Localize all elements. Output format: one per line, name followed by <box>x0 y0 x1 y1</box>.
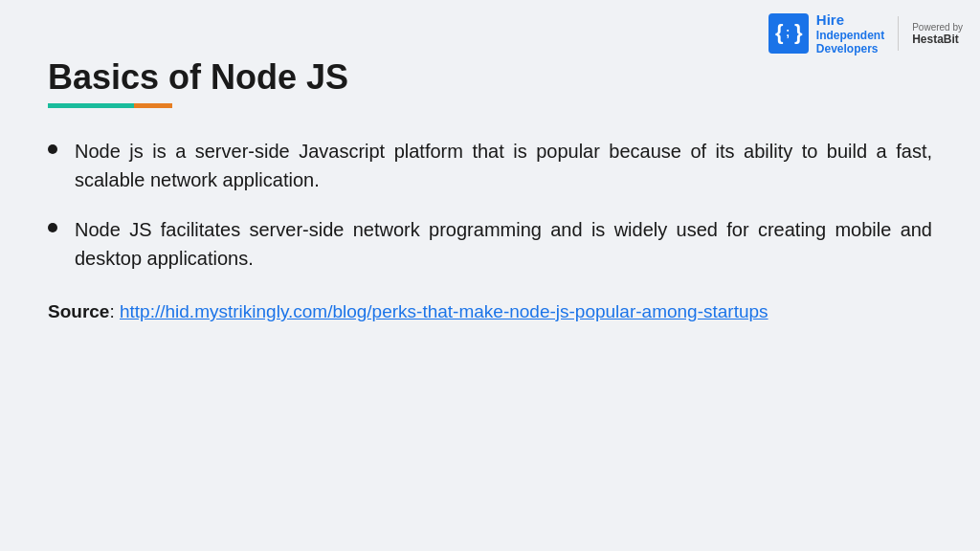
logo-icon: { ; } <box>768 13 809 54</box>
bullet-dot-2 <box>48 223 57 232</box>
title-underline <box>48 103 932 108</box>
logo-hire: Hire <box>816 11 884 29</box>
underline-orange <box>134 103 172 108</box>
svg-text:;: ; <box>786 25 790 39</box>
logo-developers: Developers <box>816 42 884 55</box>
logo-area: { ; } Hire Independent Developers Powere… <box>768 11 963 56</box>
bullet-text-1: Node js is a server-side Javascript plat… <box>75 137 932 194</box>
underline-green <box>48 103 134 108</box>
slide: { ; } Hire Independent Developers Powere… <box>0 0 980 551</box>
powered-by-label: Powered by <box>912 22 963 33</box>
logo-independent: Independent <box>816 29 884 42</box>
source-label: Source <box>48 301 109 321</box>
svg-text:}: } <box>794 20 803 44</box>
bullet-dot-1 <box>48 144 57 154</box>
bullet-list: Node js is a server-side Javascript plat… <box>48 137 932 273</box>
page-title: Basics of Node JS <box>48 57 932 98</box>
list-item: Node js is a server-side Javascript plat… <box>48 137 932 194</box>
source-link[interactable]: http://hid.mystrikingly.com/blog/perks-t… <box>120 301 768 321</box>
logo-text: Hire Independent Developers <box>816 11 884 56</box>
source-section: Source: http://hid.mystrikingly.com/blog… <box>48 301 932 322</box>
logo-divider <box>898 16 899 51</box>
svg-text:{: { <box>775 20 784 44</box>
logo-powered-by: Powered by HestaBit <box>912 22 963 46</box>
bullet-text-2: Node JS facilitates server-side network … <box>75 215 932 273</box>
hestabit-label: HestaBit <box>912 33 963 46</box>
list-item: Node JS facilitates server-side network … <box>48 215 932 273</box>
